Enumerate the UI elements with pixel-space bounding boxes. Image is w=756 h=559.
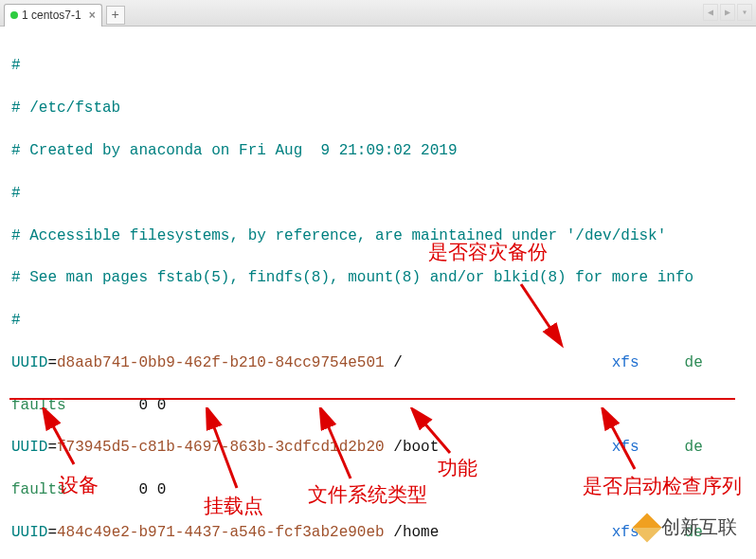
watermark-text: 创新互联 [661,514,737,540]
arrow-icon [313,407,369,483]
annotation-underline [9,398,735,400]
terminal-tab[interactable]: 1 centos7-1 × [4,4,102,27]
watermark: 创新互联 [637,514,737,540]
arrow-icon [597,407,654,474]
add-tab-button[interactable]: + [106,6,125,25]
svg-line-0 [521,284,559,341]
svg-line-3 [322,412,351,478]
fstab-comment: # [11,55,745,76]
fstab-comment: # See man pages fstab(5), findfs(8), mou… [11,267,745,288]
status-dot-icon [10,11,18,19]
svg-line-4 [415,412,450,453]
fstab-comment: # [11,310,745,331]
fstab-entry: UUID=d8aab741-0bb9-462f-b210-84cc9754e50… [11,352,745,373]
svg-line-5 [604,412,635,469]
annotation-check: 是否启动检查序列 [583,473,742,499]
arrow-icon [407,407,464,460]
fstab-comment: # [11,183,745,204]
svg-line-2 [208,412,237,488]
arrow-icon [512,275,568,351]
watermark-logo-icon [632,513,661,542]
tab-nav: ◀ ▶ ▾ [703,4,752,21]
close-tab-icon[interactable]: × [89,9,96,22]
arrow-icon [199,407,256,493]
arrow-icon [36,407,83,474]
fstab-comment: # /etc/fstab [11,98,745,118]
annotation-device: 设备 [59,472,99,498]
nav-menu-icon[interactable]: ▾ [737,4,752,21]
annotation-backup: 是否容灾备份 [428,239,548,265]
fstab-comment: # Created by anaconda on Fri Aug 9 21:09… [11,140,745,161]
tab-bar: 1 centos7-1 × + ◀ ▶ ▾ [0,0,756,27]
svg-line-1 [45,412,74,464]
nav-left-icon[interactable]: ◀ [703,4,718,21]
nav-right-icon[interactable]: ▶ [720,4,735,21]
annotation-fstype: 文件系统类型 [308,481,427,508]
annotation-mount: 挂载点 [204,493,263,519]
fstab-comment: # Accessible filesystems, by reference, … [11,225,745,246]
tab-label: 1 centos7-1 [22,9,81,22]
